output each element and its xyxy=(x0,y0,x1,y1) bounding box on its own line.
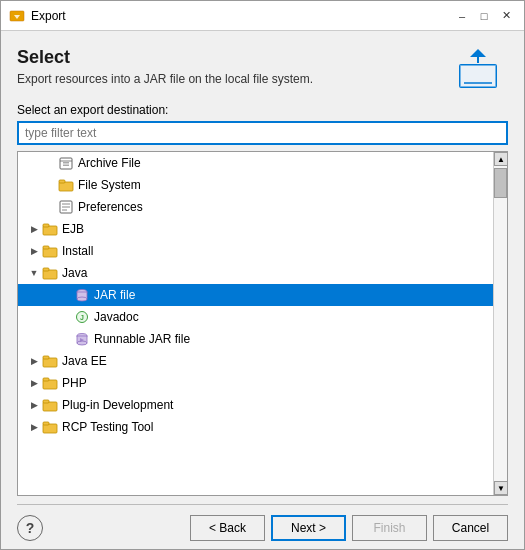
svg-rect-10 xyxy=(63,165,69,167)
tree-item-archive-file[interactable]: Archive File xyxy=(18,152,493,174)
dialog-buttons: < Back Next > Finish Cancel xyxy=(190,515,508,541)
back-button[interactable]: < Back xyxy=(190,515,265,541)
tree-item-runnable-jar[interactable]: Runnable JAR file xyxy=(18,328,493,350)
expander-java[interactable] xyxy=(26,265,42,281)
svg-rect-18 xyxy=(43,224,49,227)
runnable-jar-icon xyxy=(74,331,90,347)
tree-item-file-system[interactable]: File System xyxy=(18,174,493,196)
install-icon xyxy=(42,243,58,259)
svg-rect-20 xyxy=(43,246,49,249)
svg-rect-9 xyxy=(63,162,69,164)
svg-point-25 xyxy=(77,297,87,301)
expander-php[interactable] xyxy=(26,375,42,391)
plugin-icon xyxy=(42,397,58,413)
tree-item-ejb[interactable]: EJB xyxy=(18,218,493,240)
header-section: Select Export resources into a JAR file … xyxy=(17,47,508,91)
rcp-icon xyxy=(42,419,58,435)
java-ee-icon xyxy=(42,353,58,369)
svg-rect-39 xyxy=(43,422,49,425)
svg-point-30 xyxy=(77,341,87,345)
expander-ejb[interactable] xyxy=(26,221,42,237)
label-runnable-jar: Runnable JAR file xyxy=(94,332,190,346)
help-button[interactable]: ? xyxy=(17,515,43,541)
label-java: Java xyxy=(62,266,87,280)
label-javadoc: Javadoc xyxy=(94,310,139,324)
page-description: Export resources into a JAR file on the … xyxy=(17,72,444,86)
filter-section xyxy=(17,121,508,145)
page-title: Select xyxy=(17,47,444,68)
svg-rect-33 xyxy=(43,356,49,359)
jar-icon xyxy=(74,287,90,303)
minimize-button[interactable]: – xyxy=(452,6,472,26)
ejb-icon xyxy=(42,221,58,237)
svg-rect-22 xyxy=(43,268,49,271)
button-row: ? < Back Next > Finish Cancel xyxy=(17,515,508,541)
next-button[interactable]: Next > xyxy=(271,515,346,541)
export-window: Export – □ ✕ Select Export resources int… xyxy=(0,0,525,550)
java-icon xyxy=(42,265,58,281)
tree-item-java-ee[interactable]: Java EE xyxy=(18,350,493,372)
expander-install[interactable] xyxy=(26,243,42,259)
window-icon xyxy=(9,8,25,24)
export-icon xyxy=(456,47,508,91)
svg-text:J: J xyxy=(80,314,84,321)
cancel-button[interactable]: Cancel xyxy=(433,515,508,541)
title-bar: Export – □ ✕ xyxy=(1,1,524,31)
tree-item-install[interactable]: Install xyxy=(18,240,493,262)
label-preferences: Preferences xyxy=(78,200,143,214)
javadoc-icon: J xyxy=(74,309,90,325)
filter-label: Select an export destination: xyxy=(17,103,508,117)
label-plugin-dev: Plug-in Development xyxy=(62,398,173,412)
scroll-thumb[interactable] xyxy=(494,168,507,198)
file-system-icon xyxy=(58,177,74,193)
tree-item-rcp[interactable]: RCP Testing Tool xyxy=(18,416,493,438)
label-rcp: RCP Testing Tool xyxy=(62,420,153,434)
tree-item-jar-file[interactable]: JAR file xyxy=(18,284,493,306)
content-area: Select Export resources into a JAR file … xyxy=(1,31,524,496)
tree-container: Archive File File System xyxy=(17,151,508,496)
maximize-button[interactable]: □ xyxy=(474,6,494,26)
scrollbar[interactable]: ▲ ▼ xyxy=(493,152,507,495)
label-archive-file: Archive File xyxy=(78,156,141,170)
label-file-system: File System xyxy=(78,178,141,192)
preferences-icon xyxy=(58,199,74,215)
expander-plugin[interactable] xyxy=(26,397,42,413)
scroll-up-button[interactable]: ▲ xyxy=(494,152,508,166)
php-icon xyxy=(42,375,58,391)
svg-rect-37 xyxy=(43,400,49,403)
finish-button[interactable]: Finish xyxy=(352,515,427,541)
header-text: Select Export resources into a JAR file … xyxy=(17,47,444,86)
scroll-down-button[interactable]: ▼ xyxy=(494,481,508,495)
tree-item-preferences[interactable]: Preferences xyxy=(18,196,493,218)
archive-icon xyxy=(58,155,74,171)
svg-rect-35 xyxy=(43,378,49,381)
bottom-area: ? < Back Next > Finish Cancel xyxy=(1,496,524,549)
bottom-separator xyxy=(17,504,508,505)
label-install: Install xyxy=(62,244,93,258)
window-title: Export xyxy=(31,9,452,23)
expander-java-ee[interactable] xyxy=(26,353,42,369)
label-php: PHP xyxy=(62,376,87,390)
window-controls: – □ ✕ xyxy=(452,6,516,26)
label-ejb: EJB xyxy=(62,222,84,236)
svg-rect-12 xyxy=(59,180,65,183)
tree-item-plugin-dev[interactable]: Plug-in Development xyxy=(18,394,493,416)
tree-item-java[interactable]: Java xyxy=(18,262,493,284)
tree-item-javadoc[interactable]: J Javadoc xyxy=(18,306,493,328)
svg-marker-5 xyxy=(470,49,486,57)
tree-item-php[interactable]: PHP xyxy=(18,372,493,394)
filter-input[interactable] xyxy=(17,121,508,145)
label-java-ee: Java EE xyxy=(62,354,107,368)
label-jar-file: JAR file xyxy=(94,288,135,302)
tree-scroll[interactable]: Archive File File System xyxy=(18,152,493,495)
expander-rcp[interactable] xyxy=(26,419,42,435)
close-button[interactable]: ✕ xyxy=(496,6,516,26)
